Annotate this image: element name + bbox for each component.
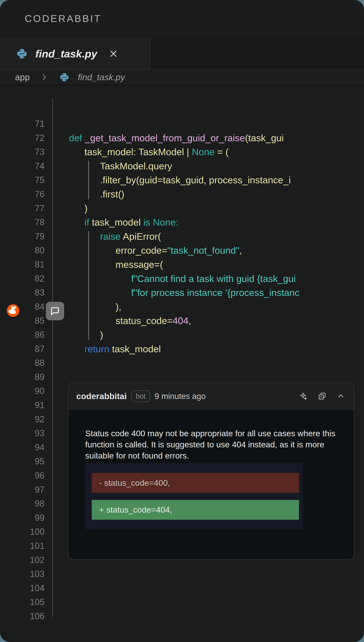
breadcrumb-file[interactable]: find_task.py [78,72,125,82]
code-token: ) [84,203,88,214]
code-token: .filter_by(guid=task_guid, process_insta… [100,175,291,185]
comment-body: Status code 400 may not be appropriate f… [68,410,354,529]
code-line: status_code=404, [69,314,191,328]
comment-toggle-button[interactable] [46,302,64,320]
breadcrumb-folder[interactable]: app [15,72,30,82]
line-number: 105 [7,595,44,609]
code-line: message=( [69,257,163,272]
line-number: 101 [7,539,44,553]
line-number: 86 [7,328,44,342]
line-number: 102 [7,553,44,567]
code-token: task_model [92,217,143,228]
line-number: 89 [7,370,44,384]
code-token: task_model [112,344,161,354]
line-number: 106 [7,609,44,623]
sparkles-icon[interactable] [299,392,308,400]
chevron-right-icon [40,73,48,81]
breadcrumb: app find_task.py [0,70,364,85]
code-line: f"for process instance ‘{process_instanc [69,285,300,300]
tab-bar: find_task.py [0,38,364,70]
line-number: 104 [7,581,44,595]
code-line: ), [69,300,122,314]
app-title: CODERABBIT [25,13,102,24]
line-number: 82 [7,272,44,286]
comment-author: coderabbitai [76,391,127,401]
line-number: 97 [7,482,44,497]
code-token: 404 [173,315,188,326]
code-token: (task_gui [245,133,284,143]
bot-badge: bot [131,390,150,402]
code-line: TaskModel.query [69,159,172,173]
line-number: 91 [7,398,44,412]
copy-icon[interactable] [318,392,326,400]
line-number: 75 [7,173,44,187]
line-number: 96 [7,468,44,482]
code-line: raise ApiError( [69,229,161,243]
code-token: , [188,315,191,326]
line-number: 78 [7,215,44,229]
code-line: task_model: TaskModel | None = ( [69,145,229,159]
line-number: 90 [7,384,44,398]
coderabbit-marker-icon[interactable] [6,304,20,317]
tab-find-task[interactable]: find_task.py [0,38,150,70]
code-token: if [84,217,92,228]
comment-timestamp: 9 minutes ago [154,391,206,401]
coderabbit-window: CODERABBIT find_task.py app [0,0,364,642]
code-token: "task_not_found" [167,245,240,256]
line-number: 87 [7,342,44,356]
code-token: _get_task_model_from_guid_or_raise [85,133,245,143]
code-token: error_code= [116,245,167,256]
diff-removed-line: - status_code=400, [92,473,299,493]
code-line: .filter_by(guid=task_guid, process_insta… [69,173,291,187]
code-line: if task_model is None: [69,215,178,229]
tab-label: find_task.py [35,48,97,60]
code-editor: 7172737475767778798081828384858687888990… [0,86,364,642]
diff-added-line: + status_code=404, [92,500,299,520]
line-number: 92 [7,412,44,426]
code-token: , [239,245,242,256]
code-token: raise [100,231,123,242]
code-line: f"Cannot find a task with guid {task_gui [69,272,296,286]
line-number: 73 [7,145,44,159]
code-token: status_code= [116,315,173,326]
code-token: ) [100,329,103,340]
code-line: ) [69,328,103,342]
line-number: 76 [7,187,44,201]
code-line: def _get_task_model_from_guid_or_raise(t… [69,131,284,145]
chevron-up-icon[interactable] [336,392,345,400]
comment-text: Status code 400 may not be appropriate f… [85,428,340,461]
line-number: 77 [7,201,44,215]
code-token: f"for process instance ‘{process_instanc [131,287,300,298]
code-line: return task_model [69,342,161,356]
code-token: message=( [116,259,163,270]
line-number: 100 [7,525,44,539]
line-number: 93 [7,426,44,440]
line-number: 98 [7,496,44,511]
diff-block: - status_code=400, + status_code=404, [85,463,303,529]
close-icon[interactable] [109,49,118,58]
code-line: .first() [69,187,124,201]
code-token: ), [116,301,122,312]
python-icon [59,72,69,82]
comment-header: coderabbitai bot 9 minutes ago [68,383,354,410]
line-number: 74 [7,159,44,173]
code-line: error_code="task_not_found", [69,243,242,257]
line-number: 99 [7,511,44,525]
code-token: = ( [214,147,229,157]
code-token: None [192,147,214,157]
comment-bubble-icon [50,306,60,317]
line-number: 88 [7,356,44,370]
code-token: .first() [100,189,124,199]
line-number: 81 [7,257,44,272]
review-comment-card: coderabbitai bot 9 minutes ago [68,383,354,559]
line-number: 95 [7,454,44,468]
code-token: def [69,133,85,143]
code-token: task_model: TaskModel | [84,147,192,157]
code-token: return [84,344,112,354]
line-number: 79 [7,229,44,243]
code-line: ) [69,201,88,215]
line-number: 72 [7,131,44,145]
code-token: TaskModel.query [100,161,172,171]
line-number: 103 [7,567,44,581]
line-number: 83 [7,285,44,300]
